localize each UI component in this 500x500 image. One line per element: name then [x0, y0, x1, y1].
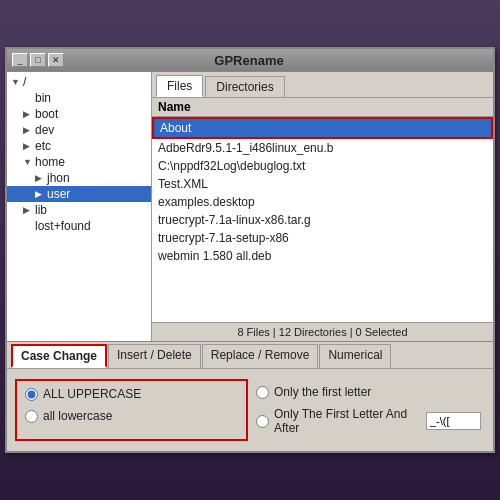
file-list-header: Name	[152, 98, 493, 117]
file-row[interactable]: C:\nppdf32Log\debuglog.txt	[152, 157, 493, 175]
tree-item[interactable]: ▼/	[7, 74, 151, 90]
first-letter-after-radio[interactable]	[256, 415, 269, 428]
tree-item-label: etc	[35, 139, 51, 153]
lowercase-label: all lowercase	[43, 409, 112, 423]
tree-arrow-icon: ▶	[35, 173, 45, 183]
tree-item-label: lib	[35, 203, 47, 217]
tree-arrow-icon: ▶	[35, 189, 45, 199]
file-row[interactable]: truecrypt-7.1a-linux-x86.tar.g	[152, 211, 493, 229]
case-options: ALL UPPERCASE all lowercase Only the fir…	[7, 369, 493, 451]
tree-item[interactable]: ▶dev	[7, 122, 151, 138]
case-left-col: ALL UPPERCASE all lowercase	[15, 379, 248, 441]
status-bar: 8 Files | 12 Directories | 0 Selected	[152, 322, 493, 341]
tab-bar: Files Directories	[152, 72, 493, 98]
lowercase-option[interactable]: all lowercase	[25, 409, 238, 423]
case-right-col: Only the first letter Only The First Let…	[252, 379, 485, 441]
tree-item-label: dev	[35, 123, 54, 137]
tree-item[interactable]: ▶lib	[7, 202, 151, 218]
lowercase-radio[interactable]	[25, 410, 38, 423]
tree-arrow-icon: ▼	[23, 157, 33, 167]
first-letter-option[interactable]: Only the first letter	[256, 385, 481, 399]
op-tab-replace--remove[interactable]: Replace / Remove	[202, 344, 319, 368]
tab-files[interactable]: Files	[156, 75, 203, 97]
op-tab-case-change[interactable]: Case Change	[11, 344, 107, 368]
tree-item-label: lost+found	[35, 219, 91, 233]
tree-arrow-icon: ▶	[23, 205, 33, 215]
tree-item[interactable]: ▶jhon	[7, 170, 151, 186]
right-panel: Files Directories Name AboutAdbeRdr9.5.1…	[152, 72, 493, 341]
tree-item-label: bin	[35, 91, 51, 105]
file-row[interactable]: About	[152, 117, 493, 139]
tab-directories[interactable]: Directories	[205, 76, 284, 97]
file-row[interactable]: examples.desktop	[152, 193, 493, 211]
first-letter-after-option[interactable]: Only The First Letter And After	[256, 407, 481, 435]
title-bar: _ □ ✕ GPRename	[7, 49, 493, 71]
window-title: GPRename	[64, 53, 434, 68]
file-row[interactable]: AdbeRdr9.5.1-1_i486linux_enu.b	[152, 139, 493, 157]
close-button[interactable]: ✕	[48, 53, 64, 67]
bottom-panel: Case ChangeInsert / DeleteReplace / Remo…	[7, 341, 493, 451]
first-letter-radio[interactable]	[256, 386, 269, 399]
tree-item-label: user	[47, 187, 70, 201]
op-tab-insert--delete[interactable]: Insert / Delete	[108, 344, 201, 368]
tree-arrow-icon: ▶	[23, 109, 33, 119]
tree-item[interactable]: ▶boot	[7, 106, 151, 122]
first-letter-after-label: Only The First Letter And After	[274, 407, 421, 435]
tree-item-label: jhon	[47, 171, 70, 185]
tree-arrow-icon: ▼	[11, 77, 21, 87]
file-list: Name AboutAdbeRdr9.5.1-1_i486linux_enu.b…	[152, 98, 493, 322]
tree-item[interactable]: ▶etc	[7, 138, 151, 154]
window-body: ▼/bin▶boot▶dev▶etc▼home▶jhon▶user▶liblos…	[7, 71, 493, 341]
tree-item[interactable]: lost+found	[7, 218, 151, 234]
restore-button[interactable]: □	[30, 53, 46, 67]
uppercase-option[interactable]: ALL UPPERCASE	[25, 387, 238, 401]
operation-tabs: Case ChangeInsert / DeleteReplace / Remo…	[7, 342, 493, 369]
tree-item[interactable]: ▼home	[7, 154, 151, 170]
window-controls: _ □ ✕	[12, 53, 64, 67]
file-tree: ▼/bin▶boot▶dev▶etc▼home▶jhon▶user▶liblos…	[7, 72, 152, 341]
tree-arrow-icon: ▶	[23, 125, 33, 135]
first-letter-label: Only the first letter	[274, 385, 371, 399]
after-pattern-input[interactable]	[426, 412, 481, 430]
file-rows-container: AboutAdbeRdr9.5.1-1_i486linux_enu.bC:\np…	[152, 117, 493, 265]
tree-item-label: /	[23, 75, 26, 89]
file-row[interactable]: truecrypt-7.1a-setup-x86	[152, 229, 493, 247]
tree-arrow-icon: ▶	[23, 141, 33, 151]
tree-item-label: boot	[35, 107, 58, 121]
tree-item[interactable]: bin	[7, 90, 151, 106]
minimize-button[interactable]: _	[12, 53, 28, 67]
tree-item[interactable]: ▶user	[7, 186, 151, 202]
uppercase-radio[interactable]	[25, 388, 38, 401]
uppercase-label: ALL UPPERCASE	[43, 387, 141, 401]
tree-item-label: home	[35, 155, 65, 169]
file-row[interactable]: webmin 1.580 all.deb	[152, 247, 493, 265]
file-row[interactable]: Test.XML	[152, 175, 493, 193]
op-tab-numerical[interactable]: Numerical	[319, 344, 391, 368]
main-window: _ □ ✕ GPRename ▼/bin▶boot▶dev▶etc▼home▶j…	[5, 47, 495, 453]
